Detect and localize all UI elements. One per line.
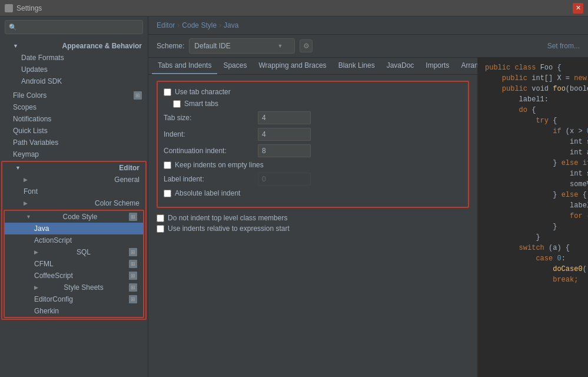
gear-icon: ⚙ bbox=[303, 42, 310, 50]
label-indent-input[interactable] bbox=[258, 173, 311, 186]
tab-wrapping-braces-label: Wrapping and Braces bbox=[258, 61, 326, 70]
absolute-label-indent-checkbox[interactable] bbox=[164, 190, 171, 197]
sidebar-item-keymap[interactable]: Keymap bbox=[0, 148, 148, 160]
keep-indents-empty-label: Keep indents on empty lines bbox=[175, 161, 264, 169]
code-preview: public class Foo { public int[] X = new … bbox=[478, 58, 588, 377]
sidebar-item-keymap-label: Keymap bbox=[13, 150, 39, 158]
indent-row: Indent: bbox=[164, 128, 462, 141]
sidebar-item-java-label: Java bbox=[34, 224, 49, 233]
keep-indents-empty-checkbox[interactable] bbox=[164, 161, 171, 169]
indent-input[interactable] bbox=[258, 128, 311, 141]
tab-wrapping-and-braces[interactable]: Wrapping and Braces bbox=[253, 58, 332, 74]
set-from-link[interactable]: Set from... bbox=[547, 42, 580, 50]
sql-icon: ⊞ bbox=[129, 248, 137, 256]
sidebar-item-appearance[interactable]: Appearance & Behavior bbox=[0, 40, 148, 52]
sidebar-item-sql[interactable]: SQL ⊞ bbox=[5, 246, 143, 258]
use-tab-character-row: Use tab character bbox=[164, 88, 462, 96]
app-icon bbox=[5, 4, 13, 12]
continuation-indent-label: Continuation indent: bbox=[164, 147, 258, 155]
tabs-row: Tabs and Indents Spaces Wrapping and Bra… bbox=[148, 58, 477, 75]
no-indent-top-level-checkbox[interactable] bbox=[157, 214, 164, 222]
sidebar-item-actionscript-label: ActionScript bbox=[34, 236, 72, 244]
sidebar-item-appearance-label: Appearance & Behavior bbox=[62, 42, 142, 50]
code-style-icon: ⊞ bbox=[129, 213, 137, 221]
sidebar-item-java[interactable]: Java bbox=[5, 223, 143, 234]
no-indent-top-level-label: Do not indent top level class members bbox=[168, 214, 287, 222]
tab-size-input[interactable] bbox=[258, 111, 311, 124]
sidebar-item-coffeescript[interactable]: CoffeeScript ⊞ bbox=[5, 270, 143, 282]
sidebar-item-date-formats[interactable]: Date Formats bbox=[0, 52, 148, 64]
use-tab-character-checkbox[interactable] bbox=[164, 88, 171, 96]
tab-imports-label: Imports bbox=[426, 61, 449, 70]
smart-tabs-label: Smart tabs bbox=[184, 100, 218, 108]
use-indents-relative-label: Use indents relative to expression start bbox=[168, 224, 290, 233]
settings-panel: Tabs and Indents Spaces Wrapping and Bra… bbox=[148, 58, 478, 377]
sidebar-item-font[interactable]: Font bbox=[2, 186, 145, 197]
sidebar-item-cfml[interactable]: CFML ⊞ bbox=[5, 258, 143, 270]
sidebar-item-scopes[interactable]: Scopes bbox=[0, 101, 148, 113]
keep-indents-empty-row: Keep indents on empty lines bbox=[164, 161, 462, 169]
sidebar-item-path-variables[interactable]: Path Variables bbox=[0, 137, 148, 148]
sidebar-item-notifications[interactable]: Notifications bbox=[0, 113, 148, 125]
sidebar-item-editorconfig[interactable]: EditorConfig ⊞ bbox=[5, 293, 143, 305]
scheme-select-arrow: ▼ bbox=[277, 43, 283, 49]
sidebar-item-android-sdk[interactable]: Android SDK bbox=[0, 75, 148, 87]
tab-spaces[interactable]: Spaces bbox=[217, 58, 253, 74]
sidebar-item-style-sheets[interactable]: Style Sheets ⊞ bbox=[5, 282, 143, 293]
sidebar-item-quick-lists[interactable]: Quick Lists bbox=[0, 125, 148, 137]
sidebar-item-color-scheme[interactable]: Color Scheme bbox=[2, 197, 145, 209]
tab-arrangement[interactable]: Arrangement bbox=[455, 58, 477, 74]
sidebar-item-code-style-label: Code Style bbox=[63, 213, 98, 221]
sidebar-item-date-formats-label: Date Formats bbox=[21, 54, 64, 62]
title-bar-text: Settings bbox=[16, 4, 42, 12]
breadcrumb-java[interactable]: Java bbox=[224, 21, 238, 29]
sidebar-item-actionscript[interactable]: ActionScript bbox=[5, 234, 143, 246]
label-indent-label: Label indent: bbox=[164, 175, 258, 183]
tab-javadoc[interactable]: JavaDoc bbox=[381, 58, 420, 74]
coffeescript-icon: ⊞ bbox=[129, 272, 137, 280]
no-indent-top-level-row: Do not indent top level class members bbox=[157, 214, 469, 222]
sidebar-item-sql-label: SQL bbox=[77, 248, 91, 256]
sidebar-item-file-colors-label: File Colors bbox=[13, 91, 46, 100]
scheme-select[interactable]: Default IDE ▼ bbox=[189, 38, 295, 54]
editorconfig-icon: ⊞ bbox=[129, 295, 137, 303]
tab-imports[interactable]: Imports bbox=[420, 58, 455, 74]
sidebar-item-coffeescript-label: CoffeeScript bbox=[34, 272, 73, 280]
smart-tabs-row: Smart tabs bbox=[164, 100, 462, 108]
scheme-gear-button[interactable]: ⚙ bbox=[300, 39, 313, 52]
smart-tabs-checkbox[interactable] bbox=[173, 100, 181, 108]
sidebar-item-updates-label: Updates bbox=[21, 65, 48, 74]
close-button[interactable]: ✕ bbox=[573, 3, 583, 14]
sidebar-item-editor[interactable]: Editor bbox=[2, 162, 145, 174]
file-colors-icon: ⊞ bbox=[134, 91, 142, 100]
sidebar-item-general[interactable]: General bbox=[2, 174, 145, 186]
label-indent-row: Label indent: bbox=[164, 173, 462, 186]
sidebar-item-file-colors[interactable]: File Colors ⊞ bbox=[0, 90, 148, 101]
tab-size-label: Tab size: bbox=[164, 114, 258, 122]
tab-blank-lines[interactable]: Blank Lines bbox=[333, 58, 381, 74]
search-box[interactable]: 🔍 bbox=[5, 20, 143, 34]
scheme-row: Scheme: Default IDE ▼ ⚙ Set from... bbox=[148, 35, 588, 58]
breadcrumb-editor[interactable]: Editor bbox=[157, 21, 175, 29]
breadcrumb-sep-1: › bbox=[177, 21, 180, 29]
use-indents-relative-row: Use indents relative to expression start bbox=[157, 224, 469, 233]
breadcrumb-code-style[interactable]: Code Style bbox=[182, 21, 217, 29]
sidebar-item-font-label: Font bbox=[24, 187, 38, 196]
sidebar-item-style-sheets-label: Style Sheets bbox=[64, 283, 103, 292]
scheme-select-value: Default IDE bbox=[194, 42, 230, 50]
sidebar-item-editorconfig-label: EditorConfig bbox=[34, 295, 73, 303]
continuation-indent-input[interactable] bbox=[258, 144, 311, 157]
tab-spaces-label: Spaces bbox=[223, 61, 247, 70]
absolute-label-indent-label: Absolute label indent bbox=[175, 189, 240, 197]
sidebar-item-gherkin[interactable]: Gherkin bbox=[5, 305, 143, 317]
sidebar-item-quick-lists-label: Quick Lists bbox=[13, 127, 48, 135]
sidebar-item-path-variables-label: Path Variables bbox=[13, 138, 58, 147]
tab-tabs-and-indents[interactable]: Tabs and Indents bbox=[152, 58, 217, 74]
sidebar-item-gherkin-label: Gherkin bbox=[34, 307, 59, 315]
sidebar-item-updates[interactable]: Updates bbox=[0, 64, 148, 75]
sidebar-item-code-style[interactable]: Code Style ⊞ bbox=[5, 211, 143, 223]
sidebar-item-general-label: General bbox=[114, 176, 139, 184]
sidebar-item-editor-label: Editor bbox=[119, 164, 139, 172]
use-indents-relative-checkbox[interactable] bbox=[157, 225, 164, 233]
sidebar-item-notifications-label: Notifications bbox=[13, 115, 51, 123]
